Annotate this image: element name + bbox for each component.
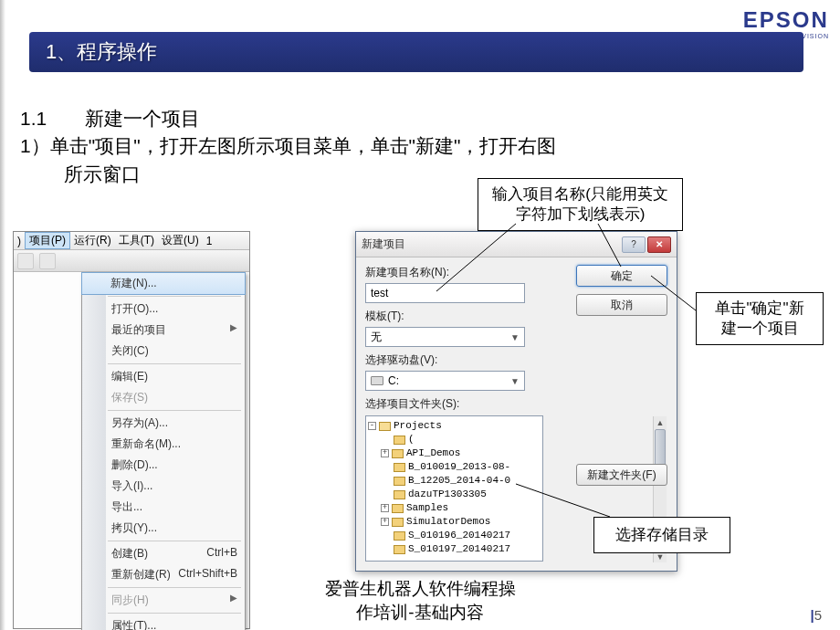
help-button[interactable]: ? bbox=[622, 236, 646, 253]
expand-icon[interactable]: + bbox=[381, 504, 389, 512]
menubar-item-settings[interactable]: 设置(U) bbox=[158, 233, 203, 248]
menu-item[interactable]: 删除(D)... bbox=[82, 455, 245, 476]
callout-line: 单击"确定"新 bbox=[706, 299, 814, 319]
section-title-bar: 1、程序操作 bbox=[29, 32, 803, 72]
menubar-item-project[interactable]: 项目(P) bbox=[25, 232, 70, 249]
tree-node-label: API_Demos bbox=[406, 446, 460, 460]
tree-node[interactable]: +API_Demos bbox=[368, 446, 541, 460]
menu-separator bbox=[108, 541, 241, 541]
slide-left-shadow bbox=[0, 0, 5, 630]
menu-item-label: 导入(I)... bbox=[111, 478, 152, 494]
drive-value: C: bbox=[383, 374, 510, 387]
folder-tree[interactable]: -Projects(+API_DemosB_010019_2013-08-B_1… bbox=[365, 415, 543, 562]
callout-folder-hint: 选择存储目录 bbox=[593, 517, 730, 553]
project-menu-screenshot: ) 项目(P) 运行(R) 工具(T) 设置(U) 1 新建(N)...打开(O… bbox=[13, 231, 250, 629]
new-folder-button[interactable]: 新建文件夹(F) bbox=[576, 464, 667, 486]
expand-icon[interactable]: + bbox=[381, 449, 389, 457]
menu-item[interactable]: 另存为(A)... bbox=[82, 413, 245, 434]
drive-icon bbox=[371, 376, 383, 385]
folder-label: 选择项目文件夹(S): bbox=[365, 396, 667, 412]
folder-icon bbox=[392, 504, 404, 513]
toolbar-button[interactable] bbox=[17, 253, 34, 269]
drive-combo[interactable]: C: ▼ bbox=[365, 371, 525, 391]
logo-text: EPSON bbox=[742, 7, 829, 33]
menu-item[interactable]: 关闭(C) bbox=[82, 341, 245, 362]
template-value: 无 bbox=[371, 330, 510, 345]
menu-item-label: 保存(S) bbox=[111, 390, 148, 405]
folder-icon bbox=[394, 477, 405, 486]
callout-line: 选择存储目录 bbox=[615, 526, 709, 543]
tree-node-label: dazuTP1303305 bbox=[408, 488, 487, 501]
template-combo[interactable]: 无 ▼ bbox=[365, 327, 525, 347]
expand-icon[interactable]: + bbox=[381, 518, 389, 526]
menu-item[interactable]: 导出... bbox=[82, 497, 245, 518]
tree-node-label: ( bbox=[408, 433, 415, 446]
menu-separator bbox=[108, 296, 241, 297]
tree-node[interactable]: +SimulatorDemos bbox=[368, 515, 541, 529]
page-number: |5 bbox=[810, 607, 822, 623]
menu-item[interactable]: 编辑(E) bbox=[82, 366, 245, 387]
menubar-item-tools[interactable]: 工具(T) bbox=[115, 233, 158, 248]
tree-node-label: Projects bbox=[394, 419, 442, 433]
footer-line-1: 爱普生机器人软件编程操 bbox=[0, 577, 840, 601]
menu-item-label: 重新命名(M)... bbox=[111, 436, 181, 452]
tree-node-label: S_010196_20140217 bbox=[408, 529, 510, 542]
menu-item-label: 打开(O)... bbox=[111, 301, 158, 317]
tree-node[interactable]: dazuTP1303305 bbox=[368, 488, 541, 501]
tree-node[interactable]: S_010197_20140217 bbox=[368, 542, 541, 556]
callout-name-hint: 输入项目名称(只能用英文 字符加下划线表示) bbox=[478, 178, 683, 231]
menu-item-label: 导出... bbox=[111, 499, 142, 515]
menu-item-label: 拷贝(Y)... bbox=[111, 520, 157, 536]
cancel-button[interactable]: 取消 bbox=[576, 294, 667, 316]
section-title: 1、程序操作 bbox=[46, 38, 157, 66]
body-line-3: 所示窗口 bbox=[20, 161, 557, 188]
tree-node[interactable]: ( bbox=[368, 433, 541, 446]
chevron-down-icon: ▼ bbox=[510, 332, 520, 342]
tree-node-label: Samples bbox=[406, 501, 448, 515]
menu-separator bbox=[108, 410, 241, 411]
menu-item[interactable]: 重新命名(M)... bbox=[82, 434, 245, 455]
menubar: ) 项目(P) 运行(R) 工具(T) 设置(U) 1 bbox=[14, 232, 249, 250]
menu-item-label: 新建(N)... bbox=[110, 276, 157, 291]
tree-node[interactable]: B_010019_2013-08- bbox=[368, 460, 541, 474]
ok-button[interactable]: 确定 bbox=[576, 265, 667, 287]
toolbar bbox=[14, 250, 249, 272]
menu-item-label: 关闭(C) bbox=[111, 343, 149, 359]
project-name-input[interactable]: test bbox=[365, 283, 525, 303]
menu-item-label: 删除(D)... bbox=[111, 457, 158, 473]
menu-item[interactable]: 打开(O)... bbox=[82, 299, 245, 320]
menu-item-label: 创建(B) bbox=[111, 546, 148, 562]
menu-item[interactable]: 新建(N)... bbox=[81, 272, 246, 295]
menu-item[interactable]: 最近的项目▶ bbox=[82, 320, 245, 341]
dialog-titlebar: 新建项目 ? ✕ bbox=[356, 232, 677, 257]
collapse-icon[interactable]: - bbox=[368, 422, 376, 430]
folder-icon bbox=[394, 490, 405, 499]
body-text: 1.1 新建一个项目 1）单击"项目"，打开左图所示项目菜单，单击"新建"，打开… bbox=[20, 105, 557, 188]
submenu-arrow-icon: ▶ bbox=[230, 322, 237, 338]
tree-node-label: B_12205_2014-04-0 bbox=[408, 474, 510, 488]
folder-icon bbox=[394, 436, 405, 445]
close-button[interactable]: ✕ bbox=[647, 236, 671, 253]
callout-ok-hint: 单击"确定"新 建一个项目 bbox=[696, 292, 824, 345]
drive-label: 选择驱动盘(V): bbox=[365, 352, 667, 368]
folder-icon bbox=[394, 545, 405, 554]
tree-node[interactable]: -Projects bbox=[368, 419, 541, 433]
menu-item[interactable]: 创建(B)Ctrl+B bbox=[82, 543, 245, 564]
folder-icon bbox=[392, 518, 404, 527]
footer-line-2: 作培训-基础内容 bbox=[0, 601, 840, 625]
folder-icon bbox=[379, 422, 391, 431]
project-name-value: test bbox=[371, 287, 388, 299]
tree-node[interactable]: +Samples bbox=[368, 501, 541, 515]
tree-node[interactable]: B_12205_2014-04-0 bbox=[368, 474, 541, 488]
callout-line: 输入项目名称(只能用英文 bbox=[488, 184, 673, 205]
toolbar-button[interactable] bbox=[39, 253, 56, 269]
menubar-item-run[interactable]: 运行(R) bbox=[70, 233, 115, 248]
menu-item[interactable]: 拷贝(Y)... bbox=[82, 518, 245, 539]
scroll-up-icon[interactable]: ▲ bbox=[654, 416, 667, 428]
menu-item-label: 编辑(E) bbox=[111, 369, 148, 384]
menu-item-label: 另存为(A)... bbox=[111, 415, 168, 431]
tree-node-label: S_010197_20140217 bbox=[408, 542, 510, 556]
tree-node[interactable]: S_010196_20140217 bbox=[368, 529, 541, 542]
page-number-value: 5 bbox=[814, 607, 822, 623]
menu-item[interactable]: 导入(I)... bbox=[82, 476, 245, 497]
